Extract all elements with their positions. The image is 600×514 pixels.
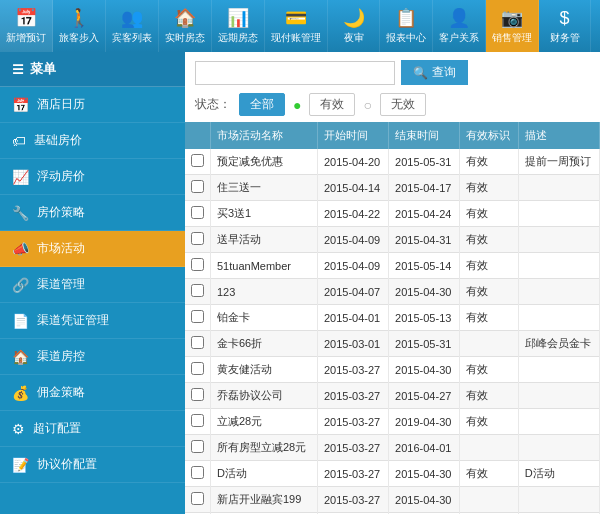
row-valid-12: 有效 [460, 461, 519, 487]
col-name: 市场活动名称 [211, 122, 318, 149]
table-row[interactable]: 金卡66折 2015-03-01 2015-05-31 邱峰会员金卡 [185, 331, 600, 357]
sidebar-label-3: 房价策略 [37, 204, 85, 221]
table-row[interactable]: 送早活动 2015-04-09 2015-04-31 有效 [185, 227, 600, 253]
checkbox-9[interactable] [191, 388, 204, 401]
sidebar-item-2[interactable]: 📈浮动房价 [0, 159, 185, 195]
row-name-5: 123 [211, 279, 318, 305]
checkbox-7[interactable] [191, 336, 204, 349]
row-checkbox-8[interactable] [185, 357, 211, 383]
sidebar-item-0[interactable]: 📅酒店日历 [0, 87, 185, 123]
search-button[interactable]: 🔍 查询 [401, 60, 468, 85]
sidebar-item-7[interactable]: 🏠渠道房控 [0, 339, 185, 375]
sidebar-icon-0: 📅 [12, 97, 29, 113]
table-row[interactable]: 51tuanMember 2015-04-09 2015-05-14 有效 [185, 253, 600, 279]
table-row[interactable]: 住三送一 2015-04-14 2015-04-17 有效 [185, 175, 600, 201]
row-checkbox-3[interactable] [185, 227, 211, 253]
row-desc-1 [518, 175, 599, 201]
table-row[interactable]: 立减28元 2015-03-27 2019-04-30 有效 [185, 409, 600, 435]
table-row[interactable]: 乔磊协议公司 2015-03-27 2015-04-27 有效 [185, 383, 600, 409]
table-row[interactable]: 123 2015-04-07 2015-04-30 有效 [185, 279, 600, 305]
toolbar-item-1[interactable]: 🚶旅客步入 [53, 0, 106, 52]
table-row[interactable]: 买3送1 2015-04-22 2015-04-24 有效 [185, 201, 600, 227]
toolbar-item-5[interactable]: 💳现付账管理 [265, 0, 328, 52]
sidebar-item-8[interactable]: 💰佣金策略 [0, 375, 185, 411]
checkbox-13[interactable] [191, 492, 204, 505]
filter-invalid[interactable]: 无效 [380, 93, 426, 116]
table-row[interactable]: 预定减免优惠 2015-04-20 2015-05-31 有效 提前一周预订 [185, 149, 600, 175]
table-row[interactable]: 黄友健活动 2015-03-27 2015-04-30 有效 [185, 357, 600, 383]
row-name-4: 51tuanMember [211, 253, 318, 279]
row-start-8: 2015-03-27 [317, 357, 388, 383]
row-end-5: 2015-04-30 [389, 279, 460, 305]
sidebar-item-1[interactable]: 🏷基础房价 [0, 123, 185, 159]
row-checkbox-12[interactable] [185, 461, 211, 487]
checkbox-12[interactable] [191, 466, 204, 479]
row-start-5: 2015-04-07 [317, 279, 388, 305]
row-checkbox-2[interactable] [185, 201, 211, 227]
row-start-1: 2015-04-14 [317, 175, 388, 201]
toolbar-item-0[interactable]: 📅新增预订 [0, 0, 53, 52]
table-row[interactable]: D活动 2015-03-27 2015-04-30 有效 D活动 [185, 461, 600, 487]
row-checkbox-0[interactable] [185, 149, 211, 175]
sidebar-item-9[interactable]: ⚙超订配置 [0, 411, 185, 447]
checkbox-8[interactable] [191, 362, 204, 375]
row-name-0: 预定减免优惠 [211, 149, 318, 175]
sidebar-item-5[interactable]: 🔗渠道管理 [0, 267, 185, 303]
toolbar-item-6[interactable]: 🌙夜审 [328, 0, 380, 52]
sidebar-item-4[interactable]: 📣市场活动 [0, 231, 185, 267]
checkbox-2[interactable] [191, 206, 204, 219]
sidebar-label-7: 渠道房控 [37, 348, 85, 365]
table-row[interactable]: 铂金卡 2015-04-01 2015-05-13 有效 [185, 305, 600, 331]
search-btn-label: 查询 [432, 64, 456, 81]
toolbar-item-9[interactable]: 📷销售管理 [486, 0, 539, 52]
table-row[interactable]: 所有房型立减28元 2015-03-27 2016-04-01 [185, 435, 600, 461]
table-row[interactable]: 新店开业融宾199 2015-03-27 2015-04-30 [185, 487, 600, 513]
toolbar-label-2: 宾客列表 [112, 31, 152, 45]
row-name-6: 铂金卡 [211, 305, 318, 331]
sidebar-item-6[interactable]: 📄渠道凭证管理 [0, 303, 185, 339]
checkbox-10[interactable] [191, 414, 204, 427]
row-desc-8 [518, 357, 599, 383]
row-checkbox-9[interactable] [185, 383, 211, 409]
row-valid-6: 有效 [460, 305, 519, 331]
row-checkbox-6[interactable] [185, 305, 211, 331]
sidebar-label-0: 酒店日历 [37, 96, 85, 113]
checkbox-5[interactable] [191, 284, 204, 297]
checkbox-0[interactable] [191, 154, 204, 167]
toolbar-item-8[interactable]: 👤客户关系 [433, 0, 486, 52]
checkbox-4[interactable] [191, 258, 204, 271]
row-name-7: 金卡66折 [211, 331, 318, 357]
row-checkbox-5[interactable] [185, 279, 211, 305]
table-header-row: 市场活动名称 开始时间 结束时间 有效标识 描述 [185, 122, 600, 149]
row-checkbox-10[interactable] [185, 409, 211, 435]
filter-all[interactable]: 全部 [239, 93, 285, 116]
sidebar-title: 菜单 [30, 60, 56, 78]
row-end-11: 2016-04-01 [389, 435, 460, 461]
toolbar-item-10[interactable]: $财务管 [539, 0, 591, 52]
row-end-10: 2019-04-30 [389, 409, 460, 435]
row-checkbox-1[interactable] [185, 175, 211, 201]
checkbox-6[interactable] [191, 310, 204, 323]
sidebar-item-10[interactable]: 📝协议价配置 [0, 447, 185, 483]
sidebar-item-3[interactable]: 🔧房价策略 [0, 195, 185, 231]
toolbar-item-3[interactable]: 🏠实时房态 [159, 0, 212, 52]
row-valid-13 [460, 487, 519, 513]
toolbar-label-8: 客户关系 [439, 31, 479, 45]
row-desc-2 [518, 201, 599, 227]
row-checkbox-4[interactable] [185, 253, 211, 279]
row-start-9: 2015-03-27 [317, 383, 388, 409]
checkbox-1[interactable] [191, 180, 204, 193]
toolbar-item-4[interactable]: 📊远期房态 [212, 0, 265, 52]
toolbar-item-2[interactable]: 👥宾客列表 [106, 0, 159, 52]
search-input[interactable] [195, 61, 395, 85]
filter-valid[interactable]: 有效 [309, 93, 355, 116]
toolbar-label-10: 财务管 [550, 31, 580, 45]
row-checkbox-11[interactable] [185, 435, 211, 461]
toolbar-item-7[interactable]: 📋报表中心 [380, 0, 433, 52]
checkbox-3[interactable] [191, 232, 204, 245]
row-name-3: 送早活动 [211, 227, 318, 253]
row-checkbox-7[interactable] [185, 331, 211, 357]
row-checkbox-13[interactable] [185, 487, 211, 513]
row-start-3: 2015-04-09 [317, 227, 388, 253]
checkbox-11[interactable] [191, 440, 204, 453]
